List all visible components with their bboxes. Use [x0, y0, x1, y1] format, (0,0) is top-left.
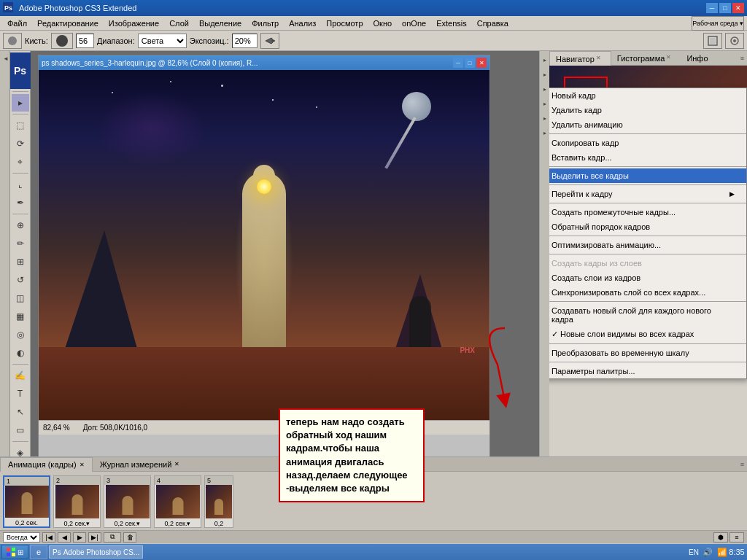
maximize-button[interactable]: □ — [719, 3, 731, 13]
tool-eyedropper[interactable]: ✒ — [12, 194, 29, 211]
start-button[interactable]: ⊞ — [1, 545, 28, 559]
doc-minimize-btn[interactable]: ─ — [453, 58, 463, 68]
taskbar-ps-item[interactable]: Ps Adobe Photoshop CS... — [49, 545, 143, 559]
frame-1-time[interactable]: 0,2 сек. — [15, 519, 38, 526]
ctx-tween[interactable]: Создать промежуточные кадры... — [549, 205, 746, 219]
menu-image[interactable]: Изображение — [104, 18, 163, 29]
ctx-select-all-frames[interactable]: Выделить все кадры — [549, 168, 746, 183]
range-select[interactable]: Света Средние Тени — [138, 34, 187, 48]
anim-frame-1[interactable]: 1 0,2 сек. — [3, 475, 50, 528]
tool-pen[interactable]: ✍ — [12, 367, 29, 384]
tool-brush[interactable]: ✏ — [12, 235, 29, 252]
anim-copy-btn[interactable]: ⧉ — [104, 532, 121, 542]
anim-convert-btn[interactable]: ⬢ — [713, 532, 728, 542]
tab-histogram-close[interactable]: ✕ — [666, 54, 675, 63]
frame-3-time[interactable]: 0,2 сек.▾ — [115, 520, 141, 527]
ctx-layers-from-frames[interactable]: Создать слои из кадров — [549, 271, 746, 285]
tab-histogram[interactable]: Гистограмма ✕ — [611, 51, 681, 66]
tool-blur[interactable]: ◎ — [12, 326, 29, 343]
menu-select[interactable]: Выделение — [195, 18, 246, 29]
anim-panel-options[interactable]: ≡ — [740, 461, 744, 468]
tool-magic-wand[interactable]: ⌖ — [12, 153, 29, 171]
menu-layer[interactable]: Слой — [165, 18, 193, 29]
anim-frame-4[interactable]: 4 0,2 сек.▾ — [154, 475, 201, 528]
doc-close-btn[interactable]: ✕ — [476, 58, 487, 68]
menu-filter[interactable]: Фильтр — [247, 18, 283, 29]
minimize-button[interactable]: ─ — [706, 3, 718, 13]
anim-tab1-close[interactable]: ✕ — [80, 462, 85, 468]
ctx-delete-frame[interactable]: Удалить кадр — [549, 103, 746, 117]
tab-measure-log[interactable]: Журнал измерений ✕ — [93, 457, 187, 472]
mini-bar-toggle[interactable]: ◄ — [1, 51, 9, 66]
loop-select[interactable]: Всегда — [3, 532, 40, 542]
ie-button[interactable]: e — [30, 545, 47, 559]
anim-prev-btn[interactable]: ◀ — [58, 532, 71, 542]
tool-move[interactable]: ▸ — [12, 94, 29, 112]
tab-navigator-close[interactable]: ✕ — [596, 55, 605, 63]
options-extras-btn2[interactable] — [725, 33, 744, 49]
tool-shape[interactable]: ▭ — [12, 421, 29, 439]
tool-gradient[interactable]: ▦ — [12, 308, 29, 325]
tool-eraser[interactable]: ◫ — [12, 289, 29, 307]
brush-preview-btn[interactable] — [51, 33, 73, 49]
anim-frame-3[interactable]: 3 0,2 сек.▾ — [104, 475, 151, 528]
frame-2-time[interactable]: 0,2 сек.▾ — [64, 520, 90, 527]
anim-frame-2[interactable]: 2 0,2 сек.▾ — [53, 475, 101, 528]
menu-file[interactable]: Файл — [3, 18, 31, 29]
options-extras-btn1[interactable] — [703, 33, 722, 49]
ctx-palette-options[interactable]: Параметры палитры... — [549, 364, 746, 378]
frame-5-time[interactable]: 0,2 — [214, 520, 224, 527]
ctx-new-frame[interactable]: Новый кадр — [549, 88, 746, 103]
tool-crop[interactable]: ⌞ — [12, 176, 29, 193]
menu-window[interactable]: Окно — [369, 18, 397, 29]
ctx-optimize[interactable]: Оптимизировать анимацию... — [549, 238, 746, 252]
right-mini-btn-4[interactable]: ▸ — [541, 98, 549, 109]
exposure-input[interactable] — [232, 34, 258, 48]
doc-maximize-btn[interactable]: □ — [465, 58, 475, 68]
ctx-paste-frame[interactable]: Вставить кадр... — [549, 150, 746, 165]
tool-path-select[interactable]: ↖ — [12, 403, 29, 421]
tab-navigator[interactable]: Навигатор ✕ — [549, 51, 611, 66]
right-mini-btn-3[interactable]: ▸ — [541, 83, 549, 95]
menu-help[interactable]: Справка — [473, 18, 513, 29]
tool-marquee[interactable]: ⬚ — [12, 117, 29, 134]
anim-first-btn[interactable]: |◀ — [42, 532, 55, 542]
ctx-copy-frame[interactable]: Скопировать кадр — [549, 136, 746, 150]
ctx-convert-timeline[interactable]: Преобразовать во временную шкалу — [549, 346, 746, 360]
brush-size-input[interactable] — [76, 34, 94, 48]
right-mini-btn-6[interactable]: ▸ — [541, 127, 549, 139]
tab-animation-frames[interactable]: Анимация (кадры) ✕ — [0, 457, 93, 472]
workspace-options-btn[interactable]: Рабочая среда ▾ — [692, 16, 744, 31]
close-button[interactable]: ✕ — [732, 3, 744, 13]
right-mini-btn-1[interactable]: ▸ — [541, 54, 549, 66]
tool-lasso[interactable]: ⟳ — [12, 135, 29, 152]
ctx-reverse[interactable]: Обратный порядок кадров — [549, 219, 746, 234]
anim-tab2-close[interactable]: ✕ — [174, 461, 179, 467]
anim-frame-5[interactable]: 5 0,2 — [204, 475, 233, 528]
ctx-new-layer-each[interactable]: Создавать новый слой для каждого нового … — [549, 303, 746, 327]
tool-stamp[interactable]: ⊞ — [12, 253, 29, 271]
tool-dodge[interactable]: ◐ — [12, 344, 29, 362]
lang-indicator[interactable]: EN — [689, 548, 699, 556]
anim-delete-btn[interactable]: 🗑 — [123, 532, 136, 542]
ctx-sync-layer[interactable]: Синхронизировать слой со всех кадрах... — [549, 285, 746, 300]
anim-next-btn[interactable]: ▶| — [88, 532, 101, 542]
airbrush-btn[interactable] — [260, 33, 279, 49]
menu-view[interactable]: Просмотр — [322, 18, 367, 29]
ctx-go-to-frame[interactable]: Перейти к кадру ▶ — [549, 187, 746, 201]
menu-edit[interactable]: Редактирование — [33, 18, 103, 29]
menu-onone[interactable]: onOne — [398, 18, 430, 29]
right-mini-btn-2[interactable]: ▸ — [541, 69, 549, 80]
frame-4-time[interactable]: 0,2 сек.▾ — [165, 520, 191, 527]
menu-analysis[interactable]: Анализ — [285, 18, 320, 29]
tool-preset-btn[interactable] — [3, 33, 22, 49]
tool-history[interactable]: ↺ — [12, 271, 29, 289]
tab-info[interactable]: Инфо — [681, 51, 713, 66]
ctx-delete-anim[interactable]: Удалить анимацию — [549, 117, 746, 132]
anim-menu-btn[interactable]: ≡ — [729, 532, 744, 542]
menu-extensis[interactable]: Extensis — [432, 18, 471, 29]
navigator-panel-options[interactable]: ≡ — [740, 55, 744, 62]
right-mini-btn-5[interactable]: ▸ — [541, 112, 549, 124]
tool-text[interactable]: T — [12, 385, 29, 402]
tool-heal[interactable]: ⊕ — [12, 217, 29, 234]
